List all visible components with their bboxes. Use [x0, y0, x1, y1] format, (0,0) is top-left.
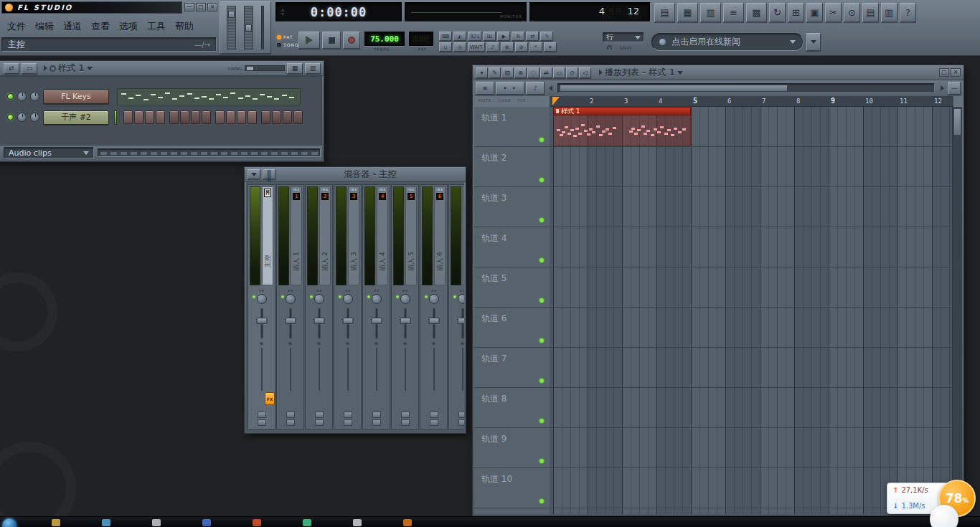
- fader-handle[interactable]: [314, 318, 324, 324]
- track-name[interactable]: 轨道 10: [481, 473, 512, 485]
- playlist-track-row[interactable]: 轨道 9: [474, 428, 550, 468]
- playlist-track-row[interactable]: 轨道 3: [474, 187, 550, 227]
- pan-knob[interactable]: [458, 294, 465, 304]
- channel-rack-titlebar[interactable]: ⇄ ▭ 样式 1 SWING ▦ ▥: [0, 61, 324, 76]
- step-button[interactable]: [202, 110, 211, 124]
- volume-fader[interactable]: [334, 307, 361, 340]
- playlist-menu-arrow-icon[interactable]: [599, 70, 603, 75]
- pattern-display[interactable]: 888: [409, 32, 433, 46]
- slider-handle[interactable]: [245, 24, 252, 32]
- stereo-link-button[interactable]: [258, 412, 266, 418]
- step-button[interactable]: [272, 110, 281, 124]
- note-circle-icon[interactable]: ◎: [453, 42, 466, 52]
- playlist-track-row[interactable]: 轨道 6: [474, 308, 550, 348]
- stereo-link-button[interactable]: [430, 412, 438, 418]
- taskbar-app-icon[interactable]: [353, 519, 362, 526]
- track-enable-led[interactable]: [540, 459, 544, 463]
- notes-icon[interactable]: ▤: [862, 3, 879, 22]
- fx-badge[interactable]: FX: [265, 392, 275, 405]
- swap-channels-button[interactable]: [458, 419, 465, 426]
- news-bar[interactable]: 点击启用在线新闻: [651, 33, 804, 51]
- paint-tool-icon[interactable]: ▨: [501, 67, 514, 78]
- playback-tool-icon[interactable]: ◁: [579, 67, 591, 78]
- pan-knob[interactable]: [372, 294, 382, 304]
- mixer-strip[interactable]: INS3插入 3◂ ▸◆: [334, 184, 362, 429]
- channel-note-preview[interactable]: [117, 88, 301, 105]
- stereo-link-button[interactable]: [286, 412, 295, 418]
- time-mode-toggle-icon[interactable]: [281, 9, 285, 16]
- menu-item[interactable]: 工具: [147, 20, 166, 33]
- plus-icon[interactable]: ⊕: [501, 42, 514, 52]
- news-go-button[interactable]: [806, 33, 821, 51]
- pan-knob[interactable]: [429, 294, 439, 304]
- menu-dropdown-icon[interactable]: ▾: [476, 67, 488, 78]
- countdown-button[interactable]: 321: [468, 32, 481, 41]
- playlist-titlebar[interactable]: ▾✎▨⊗◌⇄▭⊙◁ 播放列表 - 样式 1 □ ×: [473, 65, 963, 80]
- fader-handle[interactable]: [371, 318, 382, 324]
- fader-handle[interactable]: [400, 318, 410, 324]
- taskbar-app-icon[interactable]: [403, 519, 412, 526]
- track-name[interactable]: 轨道 2: [481, 152, 507, 164]
- menu-item[interactable]: 查看: [91, 20, 110, 33]
- volume-fader[interactable]: [363, 307, 390, 340]
- loop-record-icon[interactable]: ⇄: [526, 32, 539, 41]
- timeline-ruler[interactable]: 23456789101112: [550, 96, 953, 107]
- select-tool-icon[interactable]: ▭: [553, 67, 565, 78]
- track-enable-led[interactable]: [540, 379, 544, 383]
- chevron-down-icon[interactable]: [87, 67, 93, 70]
- piano-roll-view-icon[interactable]: ▥: [700, 3, 721, 22]
- track-name[interactable]: 轨道 4: [481, 232, 507, 244]
- cut-icon[interactable]: ✂: [825, 3, 842, 22]
- playlist-track-row[interactable]: 轨道 2: [474, 147, 550, 187]
- typing-keyboard-icon[interactable]: ⌨: [439, 32, 452, 41]
- playlist-close-button[interactable]: ×: [951, 68, 961, 77]
- step-button[interactable]: [134, 110, 143, 124]
- swing-slider[interactable]: [245, 65, 285, 71]
- mixer-strip[interactable]: INS1插入 1◂ ▸◆: [276, 184, 304, 429]
- playlist-track-row[interactable]: 轨道 5: [474, 267, 550, 308]
- add-window-icon[interactable]: ⊞: [788, 3, 804, 22]
- step-button[interactable]: [237, 110, 246, 124]
- multilink-icon[interactable]: Ш: [483, 32, 496, 41]
- track-enable-led[interactable]: [540, 178, 544, 182]
- play-button[interactable]: [298, 32, 320, 49]
- volume-fader[interactable]: [449, 307, 464, 340]
- scrollbar-thumb[interactable]: [953, 108, 961, 136]
- mixer-titlebar[interactable]: ‖ 混音器 - 主控: [245, 167, 466, 182]
- step-button[interactable]: [248, 110, 257, 124]
- volume-fader[interactable]: [392, 307, 418, 340]
- slash-icon[interactable]: ⊘: [515, 42, 528, 52]
- mixer-strip[interactable]: INS7插入 7◂ ▸◆: [448, 184, 464, 429]
- swap-channels-button[interactable]: [372, 419, 381, 426]
- menu-item[interactable]: 帮助: [175, 20, 194, 33]
- scroll-left-button[interactable]: [546, 82, 555, 94]
- stop-button[interactable]: [322, 32, 341, 49]
- graph-editor-button[interactable]: ▦: [287, 63, 303, 74]
- start-button[interactable]: [2, 518, 17, 527]
- delete-tool-icon[interactable]: ⊗: [514, 67, 527, 78]
- track-name[interactable]: 轨道 7: [481, 353, 507, 365]
- stereo-link-button[interactable]: [372, 412, 381, 418]
- channel-button[interactable]: FL Keys: [43, 90, 109, 104]
- track-enable-led[interactable]: [540, 338, 544, 343]
- mixer-strip[interactable]: INS2插入 2◂ ▸◆: [305, 184, 333, 429]
- mixer-strip[interactable]: INS4插入 4◂ ▸◆: [362, 184, 390, 429]
- wait-button[interactable]: WAIT: [468, 42, 485, 52]
- playlist-track-row[interactable]: 轨道 7: [474, 348, 550, 388]
- fader-handle[interactable]: [256, 318, 267, 324]
- channel-pan-knob[interactable]: [17, 113, 27, 122]
- playlist-track-row[interactable]: 轨道 10: [474, 468, 550, 508]
- dropdown-icon[interactable]: ▾: [544, 42, 557, 52]
- save-icon[interactable]: ▣: [806, 3, 823, 22]
- pan-knob[interactable]: [286, 294, 296, 304]
- maximize-button[interactable]: □: [196, 3, 206, 11]
- taskbar-app-icon[interactable]: [253, 519, 261, 526]
- record-button[interactable]: [343, 32, 360, 49]
- playlist-track-row[interactable]: 轨道 4: [474, 227, 550, 267]
- app-titlebar[interactable]: FL STUDIO: [1, 1, 182, 14]
- playlist-track-row[interactable]: 轨道 8: [474, 388, 550, 428]
- step-button[interactable]: [261, 110, 270, 124]
- step-button[interactable]: [215, 110, 225, 124]
- master-pitch-slider[interactable]: [244, 6, 253, 49]
- stereo-link-button[interactable]: [344, 412, 352, 418]
